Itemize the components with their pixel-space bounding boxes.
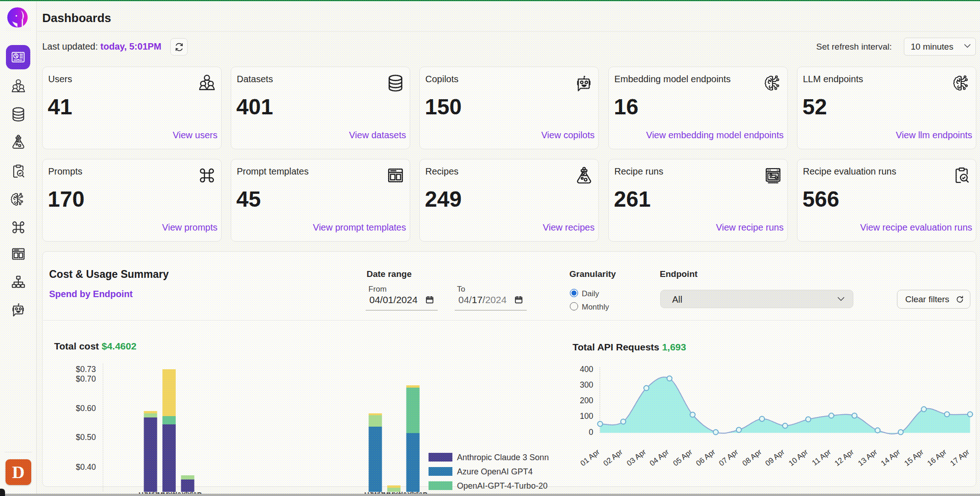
svg-text:17 Apr: 17 Apr bbox=[948, 447, 971, 468]
svg-text:08 Apr: 08 Apr bbox=[741, 447, 763, 468]
svg-text:300: 300 bbox=[580, 380, 593, 389]
svg-text:02 Apr: 02 Apr bbox=[601, 447, 624, 468]
svg-text:OpenAI-GPT-4-Turbo-20: OpenAI-GPT-4-Turbo-20 bbox=[457, 481, 547, 490]
svg-text:$0.73: $0.73 bbox=[76, 365, 96, 374]
svg-text:10 Apr: 10 Apr bbox=[787, 447, 809, 468]
svg-text:200: 200 bbox=[580, 396, 593, 405]
svg-text:06 Apr: 06 Apr bbox=[694, 447, 717, 468]
svg-text:$0.50: $0.50 bbox=[76, 433, 96, 442]
svg-text:Anthropic Claude 3 Sonn: Anthropic Claude 3 Sonn bbox=[457, 453, 549, 462]
svg-text:04 Apr: 04 Apr bbox=[648, 447, 670, 468]
svg-text:$0.70: $0.70 bbox=[76, 374, 96, 383]
svg-text:16 Apr: 16 Apr bbox=[925, 447, 948, 468]
svg-text:14 Apr: 14 Apr bbox=[879, 447, 902, 468]
svg-text:01 Apr: 01 Apr bbox=[579, 447, 601, 468]
svg-text:07 Apr: 07 Apr bbox=[717, 447, 740, 468]
svg-text:400: 400 bbox=[580, 365, 593, 374]
svg-text:03 Apr: 03 Apr bbox=[625, 447, 647, 468]
svg-text:09 Apr: 09 Apr bbox=[763, 447, 786, 468]
svg-text:12 Apr: 12 Apr bbox=[833, 447, 855, 468]
svg-text:11 Apr: 11 Apr bbox=[810, 447, 832, 467]
svg-text:0: 0 bbox=[589, 428, 593, 437]
svg-text:100: 100 bbox=[580, 411, 593, 421]
svg-text:$0.60: $0.60 bbox=[76, 404, 96, 413]
svg-text:05 Apr: 05 Apr bbox=[671, 447, 694, 468]
svg-text:Azure OpenAI GPT4: Azure OpenAI GPT4 bbox=[457, 467, 533, 476]
svg-text:13 Apr: 13 Apr bbox=[856, 447, 879, 468]
svg-text:$0.40: $0.40 bbox=[76, 462, 96, 472]
svg-text:15 Apr: 15 Apr bbox=[902, 447, 925, 468]
